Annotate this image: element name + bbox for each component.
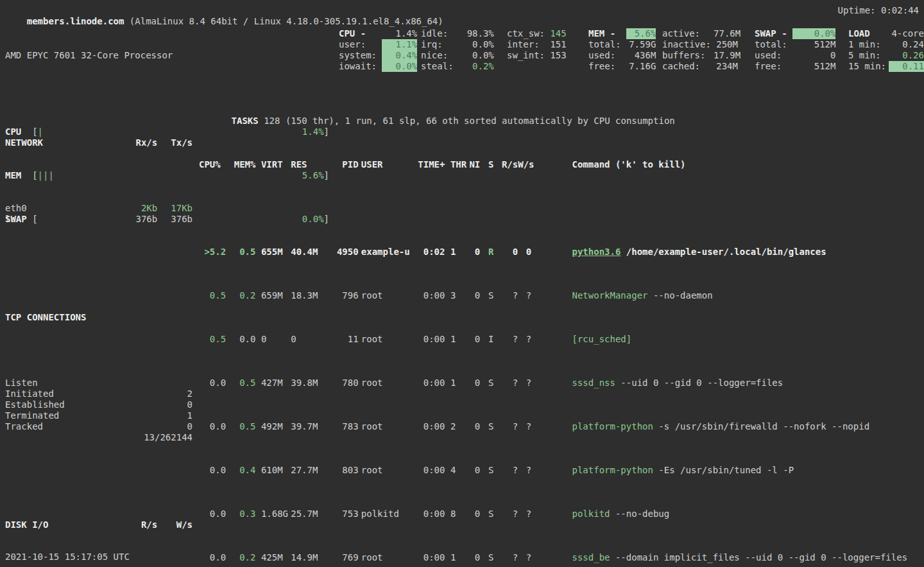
col-header-write: W/s	[157, 519, 193, 530]
process-row[interactable]: 0.0 0.5 427M 39.8M 780 root 0:00 1 0 S ?…	[199, 378, 924, 388]
cell-virt: 0	[255, 334, 291, 345]
cpu-stats-block-2: idle:98.3%irq:0.0%nice:0.0%steal:0.2%	[421, 28, 494, 72]
stat-value: 234M	[714, 61, 738, 72]
cell-ws: ?	[518, 552, 531, 563]
cell-virt: 492M	[255, 421, 291, 432]
stat-value: 1.1%	[382, 39, 417, 50]
glances-terminal[interactable]: members.linode.com (AlmaLinux 8.4 64bit …	[0, 0, 924, 567]
cell-mem: 0.5	[226, 421, 255, 432]
network-row: eth02Kb17Kb	[5, 203, 193, 214]
cell-time: 0:00	[415, 378, 445, 388]
header-ni: NI	[461, 159, 481, 170]
cell-pid: 769	[323, 552, 359, 563]
stat-label: system:	[339, 50, 382, 61]
stat-value: 512M	[792, 61, 835, 72]
stat-row: free:7.16G	[588, 61, 656, 72]
process-row[interactable]: >5.2 0.5 655M 40.4M 4950 example-u 0:02 …	[199, 247, 924, 257]
hostname: members.linode.com	[27, 16, 124, 26]
stat-label: used:	[755, 50, 792, 61]
stat-value: 512M	[792, 39, 835, 50]
stat-row: total:7.59G	[588, 39, 656, 50]
cell-time: 0:00	[415, 334, 445, 345]
cell-pid: 780	[323, 378, 359, 388]
cell-ni: 0	[461, 465, 481, 476]
uptime-value: 0:02:44	[881, 5, 919, 15]
cell-rs: ?	[493, 334, 518, 345]
iface-name: lo	[5, 214, 122, 225]
stat-row: 1 min:0.24	[848, 39, 924, 50]
tcp-stat-name: Initiated	[5, 388, 122, 399]
cell-thr: 3	[445, 290, 461, 301]
stat-label: sw_int:	[507, 50, 547, 61]
process-args: --no-daemon	[648, 290, 713, 301]
section-title: TCP CONNECTIONS	[5, 312, 193, 323]
section-header: NETWORK Rx/s Tx/s	[5, 137, 193, 148]
uptime-label: Uptime:	[838, 5, 881, 15]
stat-label: total:	[588, 39, 626, 50]
cell-time: 0:02	[415, 247, 445, 257]
cell-rs: ?	[493, 421, 518, 432]
header-thr: THR	[445, 159, 461, 170]
stat-value: 0.0%	[459, 39, 494, 50]
stat-value: 0.11	[889, 61, 924, 72]
stat-label: buffers:	[662, 50, 714, 61]
stat-row: inactive:250M	[662, 39, 738, 50]
cell-user: polkitd	[359, 509, 416, 519]
stat-value: 7.59G	[626, 39, 656, 50]
stat-value: 77.6M	[714, 28, 738, 39]
process-name: platform-python	[572, 421, 653, 432]
tcp-section: TCP CONNECTIONS Listen2Initiated0Establi…	[5, 290, 193, 454]
cell-ws: ?	[518, 378, 531, 388]
header-cpu-sort: CPU%	[199, 159, 226, 170]
cell-mem: 0.4	[226, 465, 255, 476]
stat-value: 0	[792, 50, 835, 61]
process-row[interactable]: 0.5 0.2 659M 18.3M 796 root 0:00 3 0 S ?…	[199, 290, 924, 301]
stat-row: idle:98.3%	[421, 28, 494, 39]
process-row[interactable]: 0.0 0.3 1.68G 25.7M 753 polkitd 0:00 8 0…	[199, 509, 924, 519]
process-args: --domain implicit_files --uid 0 --gid 0 …	[610, 552, 908, 563]
cell-rs: ?	[493, 290, 518, 301]
cell-cpu: 0.0	[199, 552, 226, 563]
stat-label: inter:	[507, 39, 547, 50]
cell-thr: 1	[445, 334, 461, 345]
cell-user: root	[359, 465, 416, 476]
stat-row: used:0	[755, 50, 835, 61]
stat-row: active:77.6M	[662, 28, 738, 39]
cell-res: 39.8M	[291, 378, 323, 388]
cell-command: polkitd --no-debug	[531, 509, 924, 519]
stat-label: irq:	[421, 39, 459, 50]
stat-label: inactive:	[662, 39, 714, 50]
stat-row: inter:151	[507, 39, 567, 50]
process-args: --no-debug	[610, 509, 670, 519]
stat-row: MEM -5.6%	[588, 28, 656, 39]
header-user: USER	[359, 159, 416, 170]
cell-status: R	[480, 247, 493, 257]
stat-label: iowait:	[339, 61, 382, 72]
cell-ni: 0	[461, 509, 481, 519]
load-stats-block: LOAD4-core1 min:0.245 min:0.2615 min:0.1…	[848, 28, 924, 72]
cell-status: S	[480, 509, 493, 519]
process-row[interactable]: 0.5 0.0 0 0 11 root 0:00 1 0 I ? ? [rcu_…	[199, 334, 924, 345]
stat-label: nice:	[421, 50, 459, 61]
stat-label: 1 min:	[848, 39, 889, 50]
cell-command: platform-python -s /usr/sbin/firewalld -…	[531, 421, 924, 432]
stat-label: MEM -	[588, 28, 626, 39]
stat-label: free:	[755, 61, 792, 72]
stat-value: 436M	[626, 50, 656, 61]
stat-label: idle:	[421, 28, 459, 39]
process-row[interactable]: 0.0 0.4 610M 27.7M 803 root 0:00 4 0 S ?…	[199, 465, 924, 476]
cell-command: sssd_be --domain implicit_files --uid 0 …	[531, 552, 924, 563]
cell-command: platform-python -Es /usr/sbin/tuned -l -…	[531, 465, 924, 476]
cell-user: root	[359, 378, 416, 388]
rx-value: 376b	[122, 214, 157, 225]
cell-status: S	[480, 465, 493, 476]
process-row[interactable]: 0.0 0.5 492M 39.7M 783 root 0:00 2 0 S ?…	[199, 421, 924, 432]
cell-cpu: 0.0	[199, 378, 226, 388]
stat-value: 4-core	[889, 28, 924, 39]
cell-res: 25.7M	[291, 509, 323, 519]
stat-label: active:	[662, 28, 714, 39]
process-row[interactable]: 0.0 0.2 425M 14.9M 769 root 0:00 1 0 S ?…	[199, 552, 924, 563]
stat-value: 145	[547, 28, 567, 39]
header-time: TIME+	[415, 159, 445, 170]
tcp-stat-name: Terminated	[5, 410, 122, 421]
